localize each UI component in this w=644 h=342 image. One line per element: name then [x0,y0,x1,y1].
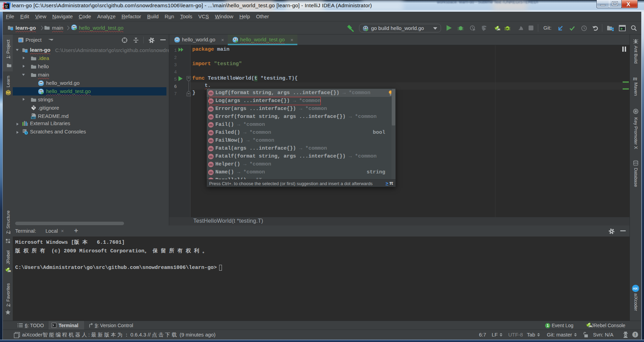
svg-text:MD: MD [32,117,35,119]
